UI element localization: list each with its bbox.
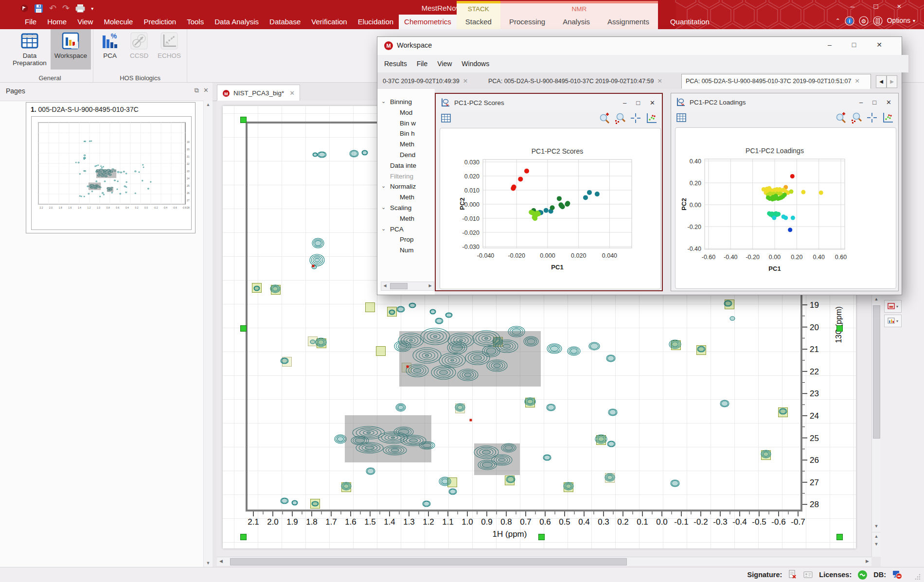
expander-chevron-icon[interactable]: ⌄ [381, 204, 386, 211]
ribbon-tab-verification[interactable]: Verification [306, 15, 352, 29]
zoom-selection-icon[interactable] [851, 112, 862, 123]
minimize-icon[interactable]: – [623, 99, 626, 106]
tree-item-mod-1[interactable]: Mod [377, 108, 435, 119]
zoom-in-icon[interactable] [835, 112, 847, 123]
tab-scroll-right-icon[interactable]: ▶ [887, 75, 897, 88]
ribbon-tab-elucidation[interactable]: Elucidation [353, 15, 399, 29]
vertical-scrollbar[interactable]: ▲ ▼ ▲ ▼ [871, 295, 881, 557]
tree-item-num-14[interactable]: Num [377, 246, 435, 256]
pages-scrollbar[interactable]: ▲ ▼ [203, 101, 213, 567]
horizontal-scrollbar[interactable]: ◀ ▶ [217, 557, 871, 566]
minimize-icon[interactable]: – [859, 99, 863, 106]
collapse-ribbon-icon[interactable]: ⌃ [835, 18, 840, 24]
minimize-icon[interactable]: – [848, 2, 857, 10]
ribbon-tab-quantitation[interactable]: Quantitation [665, 15, 715, 29]
workspace-menu-view[interactable]: View [437, 60, 452, 68]
scatter-chart[interactable]: PC1-PC2 Scores-0.040-0.0200.0000.0200.04… [440, 128, 660, 289]
tree-item-prop-13[interactable]: Prop [377, 235, 435, 246]
minimize-icon[interactable]: – [828, 41, 832, 49]
fit-axes-icon[interactable] [645, 112, 657, 124]
close-icon[interactable]: ✕ [886, 99, 891, 106]
scroll-right-icon[interactable]: ▶ [863, 557, 871, 565]
workspace-menu-windows[interactable]: Windows [462, 60, 489, 68]
scroll-up-icon[interactable]: ▲ [872, 295, 881, 303]
signature-invalid-icon[interactable] [788, 570, 798, 580]
tab-scroll-left-icon[interactable]: ◀ [876, 75, 887, 88]
options-button[interactable]: Options▾ [887, 17, 915, 25]
selection-handle[interactable] [240, 325, 247, 332]
close-tab-icon[interactable]: ✕ [854, 78, 859, 85]
zoom-selection-icon[interactable] [614, 112, 626, 124]
expander-chevron-icon[interactable]: ⌄ [381, 226, 386, 232]
fit-axes-icon[interactable] [882, 112, 893, 123]
license-status-icon[interactable] [857, 570, 868, 580]
scroll-down-icon[interactable]: ▼ [872, 522, 881, 530]
document-icon[interactable] [873, 16, 883, 26]
canvas-tool-chart-button[interactable]: ▾ [884, 315, 902, 327]
tree-item-filtering-7[interactable]: Filtering [377, 172, 435, 182]
ribbon-tab-chemometrics[interactable]: Chemometrics [399, 15, 457, 29]
selection-handle[interactable] [836, 534, 843, 540]
scrollbar-thumb[interactable] [390, 283, 408, 289]
float-panel-icon[interactable]: ⧉ [195, 87, 199, 94]
tree-item-binning-0[interactable]: ⌄Binning [377, 97, 435, 108]
maximize-icon[interactable]: □ [852, 41, 856, 49]
tree-item-data-inte-6[interactable]: Data inte [377, 161, 435, 172]
signature-id-icon[interactable] [803, 570, 813, 579]
ribbon-tab-database[interactable]: Database [264, 15, 306, 29]
scrollbar-thumb[interactable] [230, 558, 627, 565]
tree-item-dend-5[interactable]: Dend [377, 150, 435, 161]
workspace-settings-tree[interactable]: ⌄BinningModBin wBin hMethDendData inteFi… [377, 89, 435, 295]
ribbon-tab-data-analysis[interactable]: Data Analysis [209, 15, 264, 29]
scroll-right-icon[interactable]: ▶ [426, 282, 434, 289]
ribbon-tab-assignments[interactable]: Assignments [599, 15, 658, 29]
ribbon-tab-view[interactable]: View [72, 15, 98, 29]
canvas-tool-image-button[interactable]: ▾ [884, 300, 902, 313]
scroll-left-icon[interactable]: ◀ [381, 282, 389, 289]
tree-item-scaling-10[interactable]: ⌄Scaling [377, 203, 435, 214]
toolbar-button-ccsd[interactable]: CCSD [124, 29, 154, 70]
selection-handle[interactable] [240, 117, 247, 123]
tree-item-meth-4[interactable]: Meth [377, 140, 435, 150]
crosshair-icon[interactable] [630, 112, 641, 124]
page-up-icon[interactable]: ▲ [872, 532, 881, 540]
ribbon-tab-tools[interactable]: Tools [181, 15, 209, 29]
tree-item-pca-12[interactable]: ⌄PCA [377, 225, 435, 235]
selection-handle[interactable] [240, 534, 247, 540]
tree-item-bin-w-2[interactable]: Bin w [377, 119, 435, 129]
toolbar-button-pca[interactable]: %PCA [95, 29, 124, 70]
info-icon[interactable]: i [845, 16, 854, 26]
workspace-menu-results[interactable]: Results [384, 60, 407, 68]
ribbon-tab-file[interactable]: File [19, 15, 42, 29]
toolbar-button-data-preparation[interactable]: Data Preparation [9, 29, 51, 70]
tree-item-normaliz-8[interactable]: ⌄Normaliz [377, 182, 435, 193]
resize-grip[interactable] [914, 573, 921, 580]
mdi-titlebar[interactable]: PC1-PC2 Loadings–□✕ [671, 93, 898, 111]
selection-handle[interactable] [836, 325, 843, 332]
close-panel-icon[interactable]: ✕ [203, 87, 209, 94]
selection-handle[interactable] [538, 534, 545, 540]
workspace-titlebar[interactable]: M Workspace – □ ✕ [377, 37, 902, 55]
close-icon[interactable]: ✕ [876, 41, 882, 49]
toolbar-button-workspace[interactable]: Workspace [51, 29, 91, 70]
scroll-down-icon[interactable]: ▼ [204, 559, 213, 567]
workspace-tab-1[interactable]: 0-37C 2019-09-02T10:49:39✕ [379, 74, 480, 88]
page-thumbnail[interactable]: 2.22.01.81.61.41.21.00.80.60.40.20.0-0.2… [31, 116, 192, 230]
mdi-titlebar[interactable]: PC1-PC2 Scores–□✕ [436, 94, 662, 111]
tree-item-bin-h-3[interactable]: Bin h [377, 129, 435, 140]
maximize-icon[interactable]: □ [872, 99, 876, 106]
gear-icon[interactable]: ⚙ [859, 16, 869, 26]
ribbon-tab-home[interactable]: Home [42, 15, 72, 29]
scroll-up-icon[interactable]: ▲ [204, 101, 213, 108]
workspace-menu-file[interactable]: File [417, 60, 428, 68]
document-tab[interactable]: M NIST_PCA3_big* ✕ [217, 85, 300, 101]
ribbon-tab-processing[interactable]: Processing [500, 15, 554, 29]
toolbar-button-echos[interactable]: ECHOS [154, 29, 185, 70]
tree-item-meth-11[interactable]: Meth [377, 214, 435, 225]
workspace-tab-3[interactable]: PCA: 005-D2A-S-U-900-8495-010-37C 2019-0… [681, 74, 871, 89]
crosshair-icon[interactable] [866, 112, 878, 123]
page-down-icon[interactable]: ▼ [872, 540, 881, 548]
ribbon-tab-analysis[interactable]: Analysis [554, 15, 599, 29]
expander-chevron-icon[interactable]: ⌄ [381, 98, 386, 105]
scatter-chart[interactable]: PC1-PC2 Loadings-0.60-0.40-0.200.000.200… [675, 128, 896, 288]
